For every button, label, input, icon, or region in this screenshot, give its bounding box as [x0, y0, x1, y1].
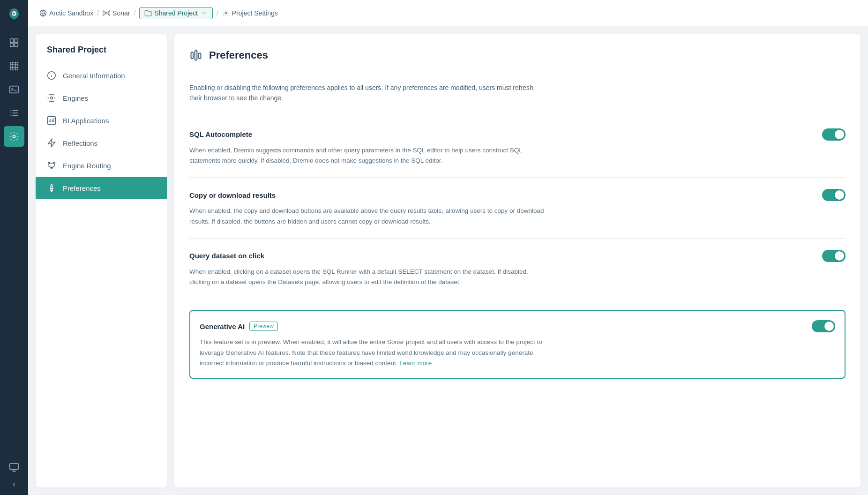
svg-marker-34 — [48, 139, 55, 147]
pref-desc-query-dataset: When enabled, clicking on a dataset open… — [189, 267, 546, 288]
pref-item-generative-ai: Generative AI Preview This feature set i… — [189, 310, 846, 379]
pref-desc-generative-ai: This feature set is in preview. When ena… — [200, 337, 556, 368]
pref-item-sql-autocomplete: SQL Autocomplete When enabled, Dremio su… — [189, 117, 846, 178]
svg-rect-43 — [195, 51, 197, 60]
pref-label-query-dataset: Query dataset on click — [189, 252, 264, 260]
svg-rect-10 — [10, 86, 18, 93]
svg-point-28 — [51, 97, 53, 99]
svg-point-18 — [13, 135, 15, 138]
sidebar-item-bi-applications[interactable]: BI Applications — [36, 109, 167, 132]
main-content: Preferences Enabling or disabling the fo… — [174, 34, 861, 488]
bar-chart-icon — [47, 116, 56, 125]
pref-label-sql-autocomplete: SQL Autocomplete — [189, 130, 252, 138]
toggle-generative-ai[interactable] — [812, 320, 835, 332]
sidebar-item-engines[interactable]: Engines — [36, 87, 167, 109]
breadcrumb-sep-1: / — [97, 9, 99, 17]
page-title: Preferences — [209, 49, 268, 61]
svg-point-23 — [105, 12, 107, 14]
breadcrumb-arctic-sandbox[interactable]: Arctic Sandbox — [39, 9, 93, 17]
breadcrumb-sonar[interactable]: Sonar — [103, 9, 130, 17]
preferences-icon — [47, 183, 56, 193]
nav-list[interactable] — [4, 103, 24, 123]
pref-item-copy-download: Copy or download results When enabled, t… — [189, 177, 846, 238]
svg-rect-3 — [10, 43, 14, 46]
pref-row-query-dataset: Query dataset on click — [189, 250, 846, 262]
breadcrumb-shared-project[interactable]: Shared Project — [139, 7, 213, 19]
routing-icon — [47, 161, 56, 170]
nav-collapse-button[interactable] — [4, 479, 24, 490]
sidebar-title: Shared Project — [36, 45, 167, 64]
svg-rect-5 — [10, 62, 18, 70]
breadcrumb-sep-2: / — [134, 9, 135, 17]
pref-item-query-dataset: Query dataset on click When enabled, cli… — [189, 238, 846, 299]
toggle-copy-download[interactable] — [822, 189, 846, 201]
svg-rect-42 — [191, 52, 194, 59]
toggle-thumb — [835, 130, 844, 139]
page-header: Preferences — [189, 49, 846, 71]
svg-rect-2 — [15, 39, 18, 42]
svg-point-35 — [48, 162, 50, 164]
nav-settings[interactable] — [4, 126, 24, 147]
svg-rect-4 — [15, 43, 18, 46]
sidebar-item-general-information[interactable]: General Information — [36, 64, 167, 87]
svg-rect-44 — [199, 53, 201, 59]
sidebar-item-reflections[interactable]: Reflections — [36, 132, 167, 154]
preview-badge: Preview — [249, 322, 278, 331]
svg-rect-29 — [48, 117, 56, 125]
content-wrapper: Shared Project General Information Engin… — [28, 26, 868, 495]
main-area: Arctic Sandbox / Sonar / Shared Project … — [28, 0, 868, 495]
app-logo[interactable] — [5, 5, 23, 23]
preferences-description: Enabling or disabling the following pref… — [189, 82, 546, 104]
engine-icon — [47, 93, 56, 103]
reflections-icon — [47, 138, 56, 148]
toggle-thumb — [835, 251, 844, 261]
breadcrumb: Arctic Sandbox / Sonar / Shared Project … — [28, 0, 868, 26]
pref-label-generative-ai: Generative AI Preview — [200, 322, 278, 331]
pref-desc-sql-autocomplete: When enabled, Dremio suggests commands a… — [189, 145, 546, 166]
sidebar-item-engine-routing[interactable]: Engine Routing — [36, 154, 167, 177]
nav-home[interactable] — [4, 32, 24, 53]
pref-row-sql-autocomplete: SQL Autocomplete — [189, 128, 846, 141]
pref-row-generative-ai: Generative AI Preview — [200, 320, 835, 332]
toggle-query-dataset[interactable] — [822, 250, 846, 262]
breadcrumb-project-settings[interactable]: Project Settings — [222, 9, 278, 17]
navigation-bar — [0, 0, 28, 495]
sidebar-item-preferences[interactable]: Preferences — [36, 177, 167, 199]
svg-rect-1 — [10, 39, 14, 42]
svg-point-36 — [53, 162, 55, 164]
svg-rect-19 — [10, 464, 18, 470]
pref-label-copy-download: Copy or download results — [189, 191, 276, 199]
pref-desc-copy-download: When enabled, the copy and download butt… — [189, 206, 546, 227]
info-icon — [47, 71, 56, 80]
pref-row-copy-download: Copy or download results — [189, 189, 846, 201]
toggle-sql-autocomplete[interactable] — [822, 128, 846, 141]
svg-rect-41 — [51, 188, 52, 191]
svg-point-24 — [225, 12, 227, 14]
nav-grid[interactable] — [4, 56, 24, 76]
nav-monitor[interactable] — [4, 457, 24, 478]
nav-terminal[interactable] — [4, 79, 24, 100]
sidebar: Shared Project General Information Engin… — [36, 34, 167, 488]
breadcrumb-sep-3: / — [217, 9, 218, 17]
learn-more-link[interactable]: Learn more — [399, 360, 432, 367]
preferences-page-icon — [189, 49, 202, 62]
